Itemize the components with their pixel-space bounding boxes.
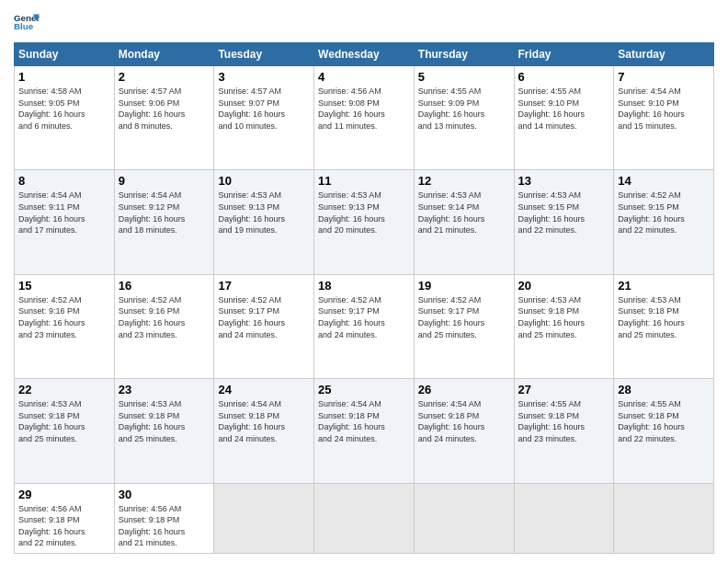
day-number: 20 — [518, 279, 610, 293]
day-info: Sunrise: 4:53 AM Sunset: 9:18 PM Dayligh… — [618, 294, 710, 340]
calendar-cell: 25Sunrise: 4:54 AM Sunset: 9:18 PM Dayli… — [314, 379, 415, 483]
day-info: Sunrise: 4:55 AM Sunset: 9:18 PM Dayligh… — [518, 398, 610, 444]
day-number: 11 — [318, 174, 410, 188]
day-info: Sunrise: 4:58 AM Sunset: 9:05 PM Dayligh… — [18, 86, 110, 132]
logo-icon: General Blue — [14, 9, 40, 35]
day-number: 22 — [18, 383, 110, 396]
day-info: Sunrise: 4:56 AM Sunset: 9:18 PM Dayligh… — [18, 503, 110, 549]
calendar-cell: 23Sunrise: 4:53 AM Sunset: 9:18 PM Dayli… — [114, 379, 214, 483]
calendar-cell: 11Sunrise: 4:53 AM Sunset: 9:13 PM Dayli… — [314, 170, 415, 274]
day-info: Sunrise: 4:55 AM Sunset: 9:10 PM Dayligh… — [518, 86, 610, 132]
day-number: 19 — [418, 279, 510, 293]
day-number: 3 — [218, 70, 310, 84]
day-number: 30 — [119, 488, 210, 501]
weekday-header: Thursday — [414, 43, 514, 66]
day-number: 18 — [318, 279, 410, 293]
day-number: 6 — [518, 70, 610, 84]
day-number: 24 — [218, 383, 310, 396]
calendar-cell: 30Sunrise: 4:56 AM Sunset: 9:18 PM Dayli… — [114, 483, 214, 553]
day-number: 28 — [618, 383, 710, 396]
day-number: 21 — [618, 279, 710, 293]
day-info: Sunrise: 4:52 AM Sunset: 9:17 PM Dayligh… — [418, 294, 510, 340]
calendar-cell: 12Sunrise: 4:53 AM Sunset: 9:14 PM Dayli… — [414, 170, 514, 274]
weekday-header: Saturday — [614, 43, 714, 66]
day-number: 10 — [218, 174, 310, 188]
day-number: 2 — [119, 70, 210, 84]
calendar-cell: 21Sunrise: 4:53 AM Sunset: 9:18 PM Dayli… — [614, 274, 714, 378]
header: General Blue — [14, 9, 714, 35]
calendar-cell: 16Sunrise: 4:52 AM Sunset: 9:16 PM Dayli… — [114, 274, 214, 378]
calendar-cell — [414, 483, 514, 553]
day-info: Sunrise: 4:56 AM Sunset: 9:18 PM Dayligh… — [119, 503, 210, 549]
calendar-cell: 4Sunrise: 4:56 AM Sunset: 9:08 PM Daylig… — [314, 66, 415, 170]
calendar-table: SundayMondayTuesdayWednesdayThursdayFrid… — [14, 42, 714, 554]
calendar-cell: 5Sunrise: 4:55 AM Sunset: 9:09 PM Daylig… — [414, 66, 514, 170]
day-info: Sunrise: 4:52 AM Sunset: 9:17 PM Dayligh… — [218, 294, 310, 340]
calendar-cell: 17Sunrise: 4:52 AM Sunset: 9:17 PM Dayli… — [214, 274, 314, 378]
day-number: 1 — [18, 70, 110, 84]
day-info: Sunrise: 4:53 AM Sunset: 9:13 PM Dayligh… — [218, 190, 310, 236]
calendar-cell — [214, 483, 314, 553]
day-info: Sunrise: 4:55 AM Sunset: 9:09 PM Dayligh… — [418, 86, 510, 132]
logo: General Blue — [14, 9, 43, 35]
calendar-cell: 2Sunrise: 4:57 AM Sunset: 9:06 PM Daylig… — [114, 66, 214, 170]
weekday-header: Monday — [114, 43, 214, 66]
calendar-cell: 9Sunrise: 4:54 AM Sunset: 9:12 PM Daylig… — [114, 170, 214, 274]
day-info: Sunrise: 4:53 AM Sunset: 9:14 PM Dayligh… — [418, 190, 510, 236]
day-number: 25 — [318, 383, 410, 396]
calendar-cell — [514, 483, 614, 553]
calendar-body: 1Sunrise: 4:58 AM Sunset: 9:05 PM Daylig… — [15, 66, 714, 554]
day-number: 26 — [418, 383, 510, 396]
day-info: Sunrise: 4:53 AM Sunset: 9:15 PM Dayligh… — [518, 190, 610, 236]
weekday-header: Tuesday — [214, 43, 314, 66]
day-info: Sunrise: 4:54 AM Sunset: 9:18 PM Dayligh… — [318, 398, 410, 444]
calendar-cell: 1Sunrise: 4:58 AM Sunset: 9:05 PM Daylig… — [15, 66, 115, 170]
day-info: Sunrise: 4:56 AM Sunset: 9:08 PM Dayligh… — [318, 86, 410, 132]
calendar-cell: 14Sunrise: 4:52 AM Sunset: 9:15 PM Dayli… — [614, 170, 714, 274]
day-number: 29 — [18, 488, 110, 501]
day-number: 23 — [119, 383, 210, 396]
calendar-cell: 27Sunrise: 4:55 AM Sunset: 9:18 PM Dayli… — [514, 379, 614, 483]
weekday-header: Sunday — [15, 43, 115, 66]
day-number: 17 — [218, 279, 310, 293]
day-number: 13 — [518, 174, 610, 188]
svg-text:Blue: Blue — [14, 21, 34, 31]
calendar-cell: 24Sunrise: 4:54 AM Sunset: 9:18 PM Dayli… — [214, 379, 314, 483]
calendar-cell: 29Sunrise: 4:56 AM Sunset: 9:18 PM Dayli… — [15, 483, 115, 553]
day-info: Sunrise: 4:52 AM Sunset: 9:16 PM Dayligh… — [18, 294, 110, 340]
day-info: Sunrise: 4:54 AM Sunset: 9:10 PM Dayligh… — [618, 86, 710, 132]
calendar-cell: 18Sunrise: 4:52 AM Sunset: 9:17 PM Dayli… — [314, 274, 415, 378]
calendar-cell: 6Sunrise: 4:55 AM Sunset: 9:10 PM Daylig… — [514, 66, 614, 170]
calendar-cell: 19Sunrise: 4:52 AM Sunset: 9:17 PM Dayli… — [414, 274, 514, 378]
day-info: Sunrise: 4:53 AM Sunset: 9:13 PM Dayligh… — [318, 190, 410, 236]
day-info: Sunrise: 4:53 AM Sunset: 9:18 PM Dayligh… — [18, 398, 110, 444]
calendar-cell: 13Sunrise: 4:53 AM Sunset: 9:15 PM Dayli… — [514, 170, 614, 274]
day-number: 7 — [618, 70, 710, 84]
calendar-cell: 15Sunrise: 4:52 AM Sunset: 9:16 PM Dayli… — [15, 274, 115, 378]
day-info: Sunrise: 4:54 AM Sunset: 9:12 PM Dayligh… — [119, 190, 210, 236]
day-number: 5 — [418, 70, 510, 84]
day-info: Sunrise: 4:52 AM Sunset: 9:15 PM Dayligh… — [618, 190, 710, 236]
calendar-cell — [314, 483, 415, 553]
day-number: 4 — [318, 70, 410, 84]
calendar-cell: 10Sunrise: 4:53 AM Sunset: 9:13 PM Dayli… — [214, 170, 314, 274]
day-number: 14 — [618, 174, 710, 188]
day-number: 12 — [418, 174, 510, 188]
calendar-cell: 22Sunrise: 4:53 AM Sunset: 9:18 PM Dayli… — [15, 379, 115, 483]
day-number: 16 — [119, 279, 210, 293]
day-number: 9 — [119, 174, 210, 188]
day-info: Sunrise: 4:52 AM Sunset: 9:17 PM Dayligh… — [318, 294, 410, 340]
calendar-cell: 28Sunrise: 4:55 AM Sunset: 9:18 PM Dayli… — [614, 379, 714, 483]
day-number: 27 — [518, 383, 610, 396]
calendar-cell: 7Sunrise: 4:54 AM Sunset: 9:10 PM Daylig… — [614, 66, 714, 170]
day-info: Sunrise: 4:53 AM Sunset: 9:18 PM Dayligh… — [119, 398, 210, 444]
calendar-cell — [614, 483, 714, 553]
day-number: 8 — [18, 174, 110, 188]
day-info: Sunrise: 4:57 AM Sunset: 9:07 PM Dayligh… — [218, 86, 310, 132]
weekday-header: Friday — [514, 43, 614, 66]
weekday-header: Wednesday — [314, 43, 415, 66]
day-info: Sunrise: 4:53 AM Sunset: 9:18 PM Dayligh… — [518, 294, 610, 340]
day-info: Sunrise: 4:52 AM Sunset: 9:16 PM Dayligh… — [119, 294, 210, 340]
calendar-header: SundayMondayTuesdayWednesdayThursdayFrid… — [15, 43, 714, 66]
calendar-cell: 3Sunrise: 4:57 AM Sunset: 9:07 PM Daylig… — [214, 66, 314, 170]
